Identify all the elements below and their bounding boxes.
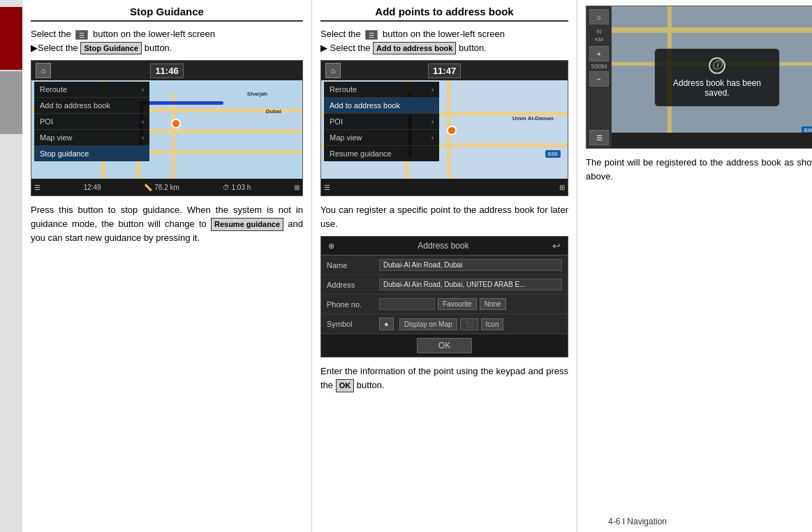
addr-name-row: Name Dubai-Al Ain Road, Dubai xyxy=(321,256,568,275)
right-nav-km: KM xyxy=(595,36,603,43)
addr-favourite-btn[interactable]: Favourite xyxy=(438,298,477,310)
home-btn-mid[interactable]: ⌂ xyxy=(325,63,341,78)
nav-bottom-mid-expand[interactable]: ⊞ xyxy=(559,184,565,191)
right-nav-menu[interactable]: ☰ xyxy=(589,130,609,145)
stop-guidance-screenshot: ⌂ 11:46 Sharjah xyxy=(31,60,303,196)
right-nav-map: 11:49 E66 ⓘ Address book has been saved. xyxy=(612,6,812,148)
addr-icon-spacer: ⬛ xyxy=(460,318,478,330)
menu-mid-reroute[interactable]: Reroute › xyxy=(324,82,439,98)
city-label-dubai: Dubai xyxy=(266,108,281,114)
addr-saved-popup: ⓘ Address book has been saved. xyxy=(654,48,780,107)
right-nav-zoom-out[interactable]: − xyxy=(589,71,609,87)
addr-dialog-footer: OK xyxy=(321,334,568,357)
stop-guidance-desc: Select the ☰ button on the lower-left sc… xyxy=(31,27,303,54)
bottom-expand[interactable]: ⊞ xyxy=(294,184,300,191)
city-label-sharjah: Sharjah xyxy=(247,91,267,97)
addr-phone-label: Phone no. xyxy=(327,300,379,309)
addr-display-btn[interactable]: Display on Map xyxy=(399,318,457,330)
sidebar-tab-active[interactable] xyxy=(0,7,22,70)
right-nav-bottom: ⊞ xyxy=(612,133,812,148)
menu-mid-add-address[interactable]: Add to address book xyxy=(324,98,439,114)
menu-poi[interactable]: POI › xyxy=(34,114,149,130)
map-marker-mid xyxy=(447,126,457,135)
right-panel-desc-text: The point will be registered to the addr… xyxy=(586,156,812,183)
bottom-menu-icon[interactable]: ☰ xyxy=(34,184,40,191)
right-nav-screenshot: ⌂ N KM + 500M − ☰ 11:49 xyxy=(586,6,812,149)
map-marker-left xyxy=(171,119,181,128)
addr-dialog-back-btn[interactable]: ↩ xyxy=(552,240,561,251)
road-badge-mid: E66 xyxy=(545,150,561,158)
addr-icon-btn[interactable]: Icon xyxy=(481,318,504,330)
bottom-eta: ⏱ 1:03 h xyxy=(223,184,251,191)
address-book-dialog: ⊕ Address book ↩ Name Dubai-Al Ain Road,… xyxy=(320,236,568,357)
home-btn-left[interactable]: ⌂ xyxy=(36,63,51,78)
addr-symbol-icon[interactable]: ● xyxy=(379,318,394,330)
nav-screen-left: ⌂ 11:46 Sharjah xyxy=(31,61,302,195)
add-points-section: Add points to address book Select the ☰ … xyxy=(312,0,577,532)
add-points-screenshot: ⌂ 11:47 Umm Al-Daman E66 xyxy=(320,60,568,196)
nav-menu-left: Reroute › Add to address book POI › Map … xyxy=(34,82,149,161)
enter-info-text: Enter the information of the point using… xyxy=(320,364,568,392)
bottom-time: 12:49 xyxy=(84,184,101,191)
addr-saved-icon: ⓘ xyxy=(709,57,725,74)
addr-dialog-title: Address book xyxy=(418,241,468,251)
stop-guidance-title: Stop Guidance xyxy=(31,6,303,22)
addr-address-row: Address Dubai-Al Ain Road, Dubai, UNITED… xyxy=(321,275,568,295)
add-to-addr-btn-label: Add to address book xyxy=(373,42,456,55)
nav-bottom-mid: ☰ ⊞ xyxy=(321,179,568,195)
rmap-road1 xyxy=(612,27,812,33)
menu-map-view[interactable]: Map view › xyxy=(34,130,149,146)
addr-dialog-header: ⊕ Address book ↩ xyxy=(321,237,568,256)
addr-address-value[interactable]: Dubai-Al Ain Road, Dubai, UNITED ARAB E.… xyxy=(379,279,562,290)
stop-guidance-press-text: Press this button to stop guidance. When… xyxy=(31,203,303,244)
addr-phone-row: Phone no. Favourite None xyxy=(321,295,568,314)
stop-guidance-section: Stop Guidance Select the ☰ button on the… xyxy=(22,0,312,532)
stop-guidance-btn-label: Stop Guidance xyxy=(80,42,142,55)
addr-dialog-icon: ⊕ xyxy=(328,242,334,251)
add-points-desc: Select the ☰ button on the lower-left sc… xyxy=(320,27,568,54)
menu-mid-poi[interactable]: POI › xyxy=(324,114,439,130)
right-nav-screen: ⌂ N KM + 500M − ☰ 11:49 xyxy=(586,6,812,148)
menu-mid-map-view[interactable]: Map view › xyxy=(324,130,439,146)
ok-inline-btn: OK xyxy=(336,379,355,392)
main-content: Stop Guidance Select the ☰ button on the… xyxy=(22,0,812,532)
sidebar-tab-inactive[interactable] xyxy=(0,71,22,134)
nav-bottom-mid-menu[interactable]: ☰ xyxy=(324,184,330,191)
route-line2 xyxy=(140,101,223,105)
addr-symbol-row: Symbol ● Display on Map ⬛ Icon xyxy=(321,314,568,334)
nav-header-left: ⌂ 11:46 xyxy=(31,61,302,80)
nav-header-mid: ⌂ 11:47 xyxy=(321,61,568,80)
nav-time-mid: 11:47 xyxy=(428,64,461,78)
bottom-dist: 📏 78.2 km xyxy=(144,184,179,191)
right-nav-zoom-scale: 500M xyxy=(591,63,607,70)
right-panel: ⌂ N KM + 500M − ☰ 11:49 xyxy=(577,0,812,532)
addr-symbol-label: Symbol xyxy=(327,320,379,328)
addr-phone-value[interactable] xyxy=(379,298,435,310)
menu-stop-guidance[interactable]: Stop guidance xyxy=(34,146,149,161)
right-nav-left-panel: ⌂ N KM + 500M − ☰ xyxy=(586,6,612,148)
nav-bottom-left: ☰ 12:49 📏 78.2 km ⏱ 1:03 h ⊞ xyxy=(31,179,302,195)
sidebar xyxy=(0,0,22,532)
add-points-you-can-text: You can register a specific point to the… xyxy=(320,203,568,230)
menu-reroute[interactable]: Reroute › xyxy=(34,82,149,98)
right-nav-home[interactable]: ⌂ xyxy=(589,9,609,24)
add-points-title: Add points to address book xyxy=(320,6,568,22)
right-nav-zoom-in[interactable]: + xyxy=(589,46,609,61)
nav-time-left: 11:46 xyxy=(150,64,183,78)
addr-none-btn[interactable]: None xyxy=(480,298,506,310)
menu-button-icon-mid: ☰ xyxy=(365,30,378,40)
addr-ok-btn[interactable]: OK xyxy=(417,338,472,353)
nav-menu-mid: Reroute › Add to address book POI › Map … xyxy=(324,82,439,161)
page-footer-note: 4-6 I Navigation xyxy=(608,517,667,526)
addr-address-label: Address xyxy=(327,281,379,289)
menu-add-address[interactable]: Add to address book xyxy=(34,98,149,114)
right-nav-n: N xyxy=(597,28,602,35)
menu-mid-resume[interactable]: Resume guidance xyxy=(324,146,439,161)
road-v3 xyxy=(171,94,175,179)
addr-name-label: Name xyxy=(327,261,379,269)
nav-screen-mid: ⌂ 11:47 Umm Al-Daman E66 xyxy=(321,61,568,195)
addr-saved-text: Address book has been saved. xyxy=(667,78,767,98)
menu-button-icon-left: ☰ xyxy=(75,30,88,40)
city-label-umm: Umm Al-Daman xyxy=(512,115,554,121)
addr-name-value[interactable]: Dubai-Al Ain Road, Dubai xyxy=(379,259,562,271)
